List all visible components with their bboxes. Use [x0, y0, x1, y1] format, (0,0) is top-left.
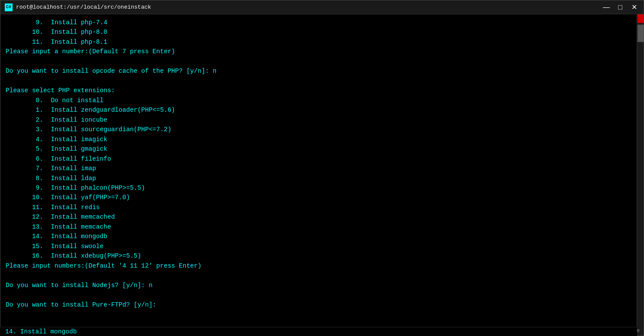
title-bar: C# root@localhost:/usr/local/src/oneinst…: [0, 0, 644, 14]
app-icon-label: C#: [6, 5, 11, 10]
maximize-button[interactable]: □: [615, 2, 625, 13]
window-title: root@localhost:/usr/local/src/oneinstack: [16, 4, 601, 10]
app-icon: C#: [5, 3, 13, 11]
window-controls: — □ ✕: [601, 2, 639, 13]
scrollbar[interactable]: [637, 14, 644, 336]
minimize-button[interactable]: —: [601, 2, 612, 13]
close-button[interactable]: ✕: [629, 2, 639, 13]
terminal-content[interactable]: 9. Install php-7.4 10. Install php-8.0 1…: [0, 14, 637, 336]
bottom-overflow: 14. Install mongodb: [0, 327, 637, 336]
scrollbar-thumb: [638, 25, 644, 42]
terminal-body: 9. Install php-7.4 10. Install php-8.0 1…: [0, 14, 644, 336]
scrollbar-thumb-red: [638, 14, 644, 23]
terminal-window: C# root@localhost:/usr/local/src/oneinst…: [0, 0, 644, 336]
bottom-overflow-text: 14. Install mongodb: [5, 328, 77, 335]
